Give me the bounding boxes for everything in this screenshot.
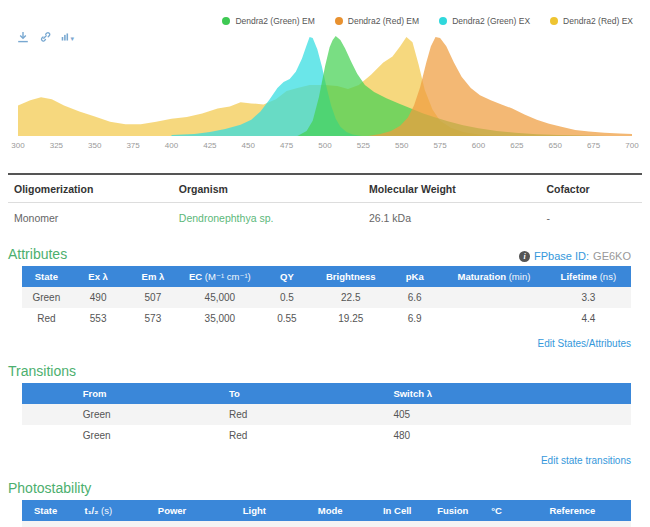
- info-icon[interactable]: i: [519, 251, 530, 262]
- legend-item-green-ex[interactable]: Dendra2 (Green) EX: [439, 16, 530, 26]
- cell: 22.5: [314, 287, 387, 308]
- legend-label: Dendra2 (Red) EX: [563, 16, 633, 26]
- col-switch: Switch λ: [387, 383, 631, 404]
- x-axis-tick: 525: [357, 141, 371, 150]
- col-organism: Organism: [173, 174, 363, 203]
- cell: 507: [126, 287, 181, 308]
- transitions-table: From To Switch λ Green Red 405 Green Red…: [22, 383, 631, 446]
- x-axis-tick: 500: [318, 141, 332, 150]
- legend-item-red-em[interactable]: Dendra2 (Red) EM: [335, 16, 419, 26]
- legend-item-red-ex[interactable]: Dendra2 (Red) EX: [550, 16, 633, 26]
- chart-config-icon[interactable]: ▾: [61, 30, 74, 43]
- molecular-weight-value: 26.1 kDa: [363, 203, 541, 235]
- cell: Red: [223, 425, 387, 446]
- cell: 6.9: [387, 308, 442, 329]
- photostability-heading: Photostability: [8, 480, 91, 496]
- attributes-header-row: State Ex λ Em λ EC (M⁻¹ cm⁻¹) QY Brightn…: [22, 266, 631, 287]
- x-axis-tick: 400: [165, 141, 179, 150]
- col-spacer: [22, 383, 77, 404]
- x-axis-tick: 300: [11, 141, 25, 150]
- cell: 4.4: [546, 308, 631, 329]
- in-cell-check-icon: ✓: [368, 521, 426, 527]
- col-molecular-weight: Molecular Weight: [363, 174, 541, 203]
- table-row: Monomer Dendronephthya sp. 26.1 kDa -: [8, 203, 642, 235]
- chart-toolbar: ▾: [17, 30, 74, 43]
- legend-dot-green-em: [222, 17, 230, 25]
- legend-label: Dendra2 (Red) EM: [348, 16, 419, 26]
- col-power: Power: [128, 500, 217, 521]
- col-state: State: [22, 266, 71, 287]
- col-incell: In Cell: [368, 500, 426, 521]
- col-mode: Mode: [292, 500, 368, 521]
- x-axis-tick: 350: [88, 141, 102, 150]
- x-axis-tick: 600: [472, 141, 486, 150]
- cell: Kaberniuk et al. (2017): [514, 521, 631, 527]
- cell: Green: [77, 425, 223, 446]
- col-fusion: Fusion: [426, 500, 479, 521]
- table-row-red-state: Red 553 573 35,000 0.55 19.25 6.9 4.4: [22, 308, 631, 329]
- cell: 405: [387, 404, 631, 425]
- attributes-table: State Ex λ Em λ EC (M⁻¹ cm⁻¹) QY Brightn…: [22, 266, 631, 329]
- cell: 490: [71, 287, 126, 308]
- cell: 6.6: [387, 287, 442, 308]
- x-axis-tick: 450: [242, 141, 256, 150]
- link-icon[interactable]: [39, 30, 52, 43]
- chevron-down-icon: ▾: [70, 35, 74, 43]
- download-icon[interactable]: [17, 30, 30, 43]
- edit-states-link[interactable]: Edit States/Attributes: [538, 338, 631, 349]
- table-row: Green Red 480: [22, 425, 631, 446]
- col-em: Em λ: [126, 266, 181, 287]
- col-ex: Ex λ: [71, 266, 126, 287]
- cell: 0.5: [259, 287, 314, 308]
- cofactor-value: -: [541, 203, 642, 235]
- col-from: From: [77, 383, 223, 404]
- x-axis-tick: 375: [126, 141, 140, 150]
- table-row-green-state: Green 490 507 45,000 0.5 22.5 6.6 3.3: [22, 287, 631, 308]
- cell: 35,000: [180, 308, 259, 329]
- fpbase-id-label[interactable]: FPbase ID:: [534, 250, 589, 262]
- x-axis-tick: 475: [280, 141, 294, 150]
- transitions-section: Transitions From To Switch λ Green Red 4…: [0, 363, 650, 468]
- table-row: Green Red 405: [22, 404, 631, 425]
- cell: Red: [22, 308, 71, 329]
- col-maturation: Maturation (min): [442, 266, 546, 287]
- organism-link[interactable]: Dendronephthya sp.: [179, 212, 274, 224]
- legend-dot-red-ex: [550, 17, 558, 25]
- legend-dot-red-em: [335, 17, 343, 25]
- col-brightness: Brightness: [314, 266, 387, 287]
- cell: [22, 425, 77, 446]
- x-axis-tick: 700: [625, 141, 639, 150]
- spectra-plot[interactable]: 3003253503754004254504755005255505756006…: [0, 26, 650, 154]
- col-qy: QY: [259, 266, 314, 287]
- edit-transitions-link[interactable]: Edit state transitions: [541, 455, 631, 466]
- col-halftime: t₁/₂ (s): [69, 500, 127, 521]
- legend-label: Dendra2 (Green) EM: [235, 16, 314, 26]
- col-pka: pKa: [387, 266, 442, 287]
- photostability-section: Photostability State t₁/₂ (s) Power Ligh…: [0, 480, 650, 527]
- cell: 19.25: [314, 308, 387, 329]
- x-axis-tick: 325: [50, 141, 64, 150]
- cell: 45,000: [180, 287, 259, 308]
- attributes-section: Attributes i FPbase ID: GE6KO State Ex λ…: [0, 246, 650, 351]
- col-to: To: [223, 383, 387, 404]
- x-axis-tick: 575: [433, 141, 447, 150]
- cell: [22, 404, 77, 425]
- cell: 573: [126, 308, 181, 329]
- cell: Green: [22, 287, 71, 308]
- cell: 3.3: [546, 287, 631, 308]
- col-celsius: °C: [479, 500, 513, 521]
- cell: 553: [71, 308, 126, 329]
- oligomerization-value: Monomer: [8, 203, 173, 235]
- cell: Arc-lamp: [217, 521, 293, 527]
- cell: 0.55: [259, 308, 314, 329]
- transitions-header-row: From To Switch λ: [22, 383, 631, 404]
- x-axis-tick: 625: [510, 141, 524, 150]
- legend-label: Dendra2 (Green) EX: [452, 16, 530, 26]
- legend-item-green-em[interactable]: Dendra2 (Green) EM: [222, 16, 314, 26]
- fpbase-id: i FPbase ID: GE6KO: [519, 250, 631, 262]
- cell: [426, 521, 479, 527]
- col-cofactor: Cofactor: [541, 174, 642, 203]
- spectra-chart: ▾ Dendra2 (Green) EM Dendra2 (Red) EM De…: [0, 0, 650, 155]
- col-lifetime: Lifetime (ns): [546, 266, 631, 287]
- cell: 4.4 (mW/cm2): [128, 521, 217, 527]
